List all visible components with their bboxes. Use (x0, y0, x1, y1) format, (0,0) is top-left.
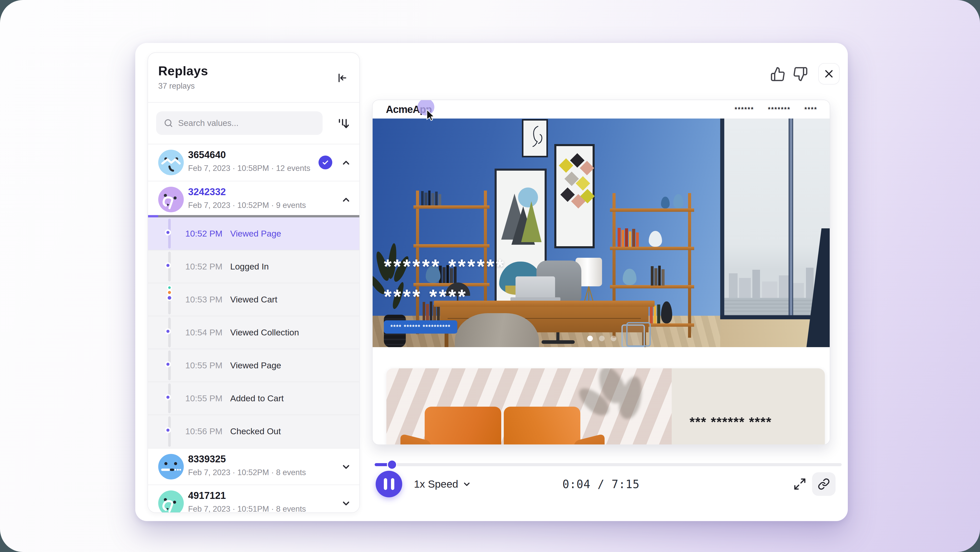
event-dot (165, 328, 171, 334)
masked-button-label: **** ****** ********** (390, 324, 451, 330)
event-dot (165, 262, 171, 268)
masked-text-line: **** **** (384, 287, 506, 306)
carousel-dot[interactable] (611, 336, 616, 341)
event-label: Viewed Page (230, 229, 281, 239)
shelf-board (414, 205, 490, 209)
scene-window-mullion (789, 118, 793, 319)
carousel-dot[interactable] (599, 336, 605, 341)
event-row-checked-out[interactable]: 10:56 PM Checked Out (148, 415, 360, 448)
site-nav: ****** ******* **** (735, 100, 818, 118)
session-row-8339325[interactable]: 8339325 Feb 7, 2023 · 10:52PM · 8 events (148, 448, 360, 485)
event-row-viewed-page[interactable]: 10:52 PM Viewed Page (148, 217, 360, 250)
search-input[interactable] (178, 118, 315, 128)
bowl (623, 269, 636, 285)
event-row-viewed-page-2[interactable]: 10:55 PM Viewed Page (148, 349, 360, 382)
laptop-base (511, 297, 560, 301)
sort-button[interactable] (334, 114, 352, 132)
sofa-photo (387, 369, 672, 445)
pause-button[interactable] (375, 471, 402, 497)
mouse-cursor-icon (425, 109, 436, 122)
event-label: Viewed Cart (230, 295, 277, 305)
masked-nav-item: ****** (735, 106, 754, 113)
event-dot (165, 427, 171, 433)
sort-descending-icon (336, 116, 350, 130)
chevron-down-icon[interactable] (340, 498, 352, 509)
carousel-dot-active[interactable] (587, 336, 593, 341)
event-dot-cluster (165, 286, 174, 300)
shelf-board (414, 244, 490, 247)
link-icon (818, 478, 830, 490)
carousel-dots (372, 336, 830, 341)
chevron-up-icon[interactable] (340, 194, 352, 205)
vase (661, 197, 670, 209)
books (651, 266, 665, 286)
event-label: Viewed Collection (230, 327, 299, 337)
thumbs-down-button[interactable] (791, 65, 810, 83)
search-icon (163, 118, 173, 128)
vase (673, 194, 683, 209)
playback-progress-bar[interactable] (375, 463, 842, 466)
screen: Replays 37 replays (0, 0, 980, 552)
session-row-3242332[interactable]: 3242332 Feb 7, 2023 · 10:52PM · 9 events (148, 181, 360, 217)
event-dot-orange (167, 290, 172, 295)
shelf-board (610, 247, 694, 250)
masked-text-line: ****** ****** (384, 257, 506, 276)
armchair (455, 313, 539, 347)
event-time: 10:55 PM (185, 393, 223, 403)
fullscreen-button[interactable] (792, 476, 808, 492)
event-label: Logged In (230, 262, 269, 271)
session-row-4917121[interactable]: 4917121 Feb 7, 2023 · 10:51PM · 8 events (148, 485, 360, 513)
product-card[interactable]: *** ****** **** (387, 369, 825, 445)
shelf-rail (688, 193, 691, 338)
search-input-wrapper (156, 112, 323, 135)
event-row-added-to-cart[interactable]: 10:55 PM Added to Cart (148, 382, 360, 415)
wall-art-diamonds (554, 144, 595, 248)
replay-viewport: AcmeApp ****** ******* **** (372, 100, 830, 445)
collapse-left-icon (335, 71, 348, 85)
playback-progress-handle[interactable] (388, 461, 396, 469)
event-row-viewed-cart[interactable]: 10:53 PM Viewed Cart (148, 283, 360, 316)
site-content-section: *** ****** **** (372, 347, 830, 445)
event-time: 10:52 PM (185, 262, 223, 271)
event-row-logged-in[interactable]: 10:52 PM Logged In (148, 250, 360, 283)
session-id: 4917121 (188, 490, 226, 501)
hero-carousel: ****** ****** **** **** **** ****** ****… (372, 118, 830, 347)
masked-card-text: *** ****** **** (690, 414, 772, 430)
close-icon (824, 69, 834, 79)
masked-nav-item: **** (804, 106, 818, 113)
avatar (158, 187, 184, 212)
hero-cta-button[interactable]: **** ****** ********** (384, 320, 457, 333)
event-dot (165, 230, 171, 236)
event-time: 10:52 PM (185, 229, 223, 239)
replay-modal: Replays 37 replays (135, 43, 848, 521)
expand-icon (793, 477, 807, 491)
event-row-viewed-collection[interactable]: 10:54 PM Viewed Collection (148, 316, 360, 349)
copy-link-button[interactable] (812, 472, 835, 496)
laptop (515, 276, 555, 298)
event-dot (165, 361, 171, 367)
collapse-sidebar-button[interactable] (334, 70, 350, 86)
event-time: 10:56 PM (185, 426, 223, 436)
chevron-down-icon[interactable] (340, 461, 352, 472)
avatar (158, 150, 184, 175)
session-progress-fill (148, 215, 158, 217)
session-row-3654640[interactable]: 3654640 Feb 7, 2023 · 10:58PM · 12 event… (148, 144, 360, 181)
books (650, 304, 660, 323)
event-time: 10:53 PM (185, 295, 223, 305)
chevron-up-icon[interactable] (340, 157, 352, 168)
event-dot (165, 394, 171, 400)
speed-selector[interactable]: 1x Speed (414, 471, 471, 497)
product-card-text-panel: *** ****** **** (672, 369, 825, 445)
time-display: 0:04 / 7:15 (544, 471, 659, 497)
thumbs-up-button[interactable] (769, 65, 787, 83)
watched-check-badge (318, 156, 332, 169)
session-id: 8339325 (188, 454, 226, 465)
masked-nav-item: ******* (768, 106, 791, 113)
session-meta: Feb 7, 2023 · 10:52PM · 8 events (188, 468, 306, 477)
event-timeline: 10:52 PM Viewed Page 10:52 PM Logged In (148, 217, 360, 448)
session-progress-bar[interactable] (148, 215, 360, 217)
thumbs-up-icon (770, 66, 786, 82)
event-label: Checked Out (230, 426, 281, 436)
close-button[interactable] (818, 63, 840, 85)
books (617, 228, 639, 247)
